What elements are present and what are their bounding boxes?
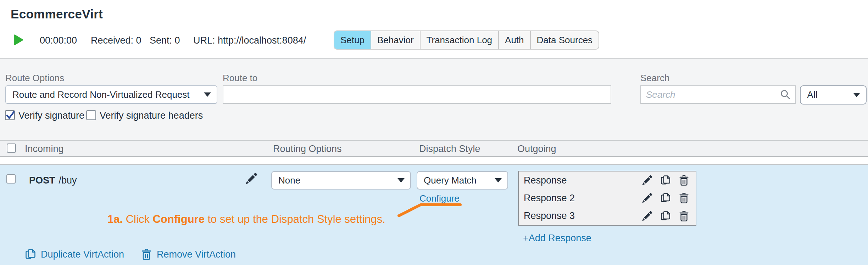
search-label: Search (640, 73, 669, 84)
annotation-emphasis: Configure (153, 213, 205, 225)
response-actions (642, 175, 689, 186)
start-virt-button[interactable] (13, 34, 23, 46)
route-options-select[interactable]: Route and Record Non-Virtualized Request (5, 85, 217, 104)
routing-options-select[interactable]: None (271, 171, 411, 190)
pencil-icon (642, 211, 652, 221)
routing-options-value: None (278, 175, 300, 186)
service-url: URL: http://localhost:8084/ (193, 35, 306, 46)
edit-response-button[interactable] (642, 193, 652, 203)
verify-signature-label: Verify signature (18, 110, 84, 121)
sent-count: Sent: 0 (150, 35, 180, 46)
verify-signature-checkbox[interactable] (5, 110, 15, 120)
copy-icon (660, 175, 671, 186)
trash-icon (679, 211, 689, 221)
copy-icon (660, 193, 671, 203)
tab-transaction-log[interactable]: Transaction Log (420, 31, 498, 49)
tab-setup[interactable]: Setup (334, 31, 371, 49)
chevron-down-icon (204, 92, 211, 97)
search-input[interactable] (641, 89, 780, 100)
route-options-value: Route and Record Non-Virtualized Request (12, 89, 190, 100)
received-count: Received: 0 (91, 35, 141, 46)
ecommerce-virt-page: EcommerceVirt 00:00:00 Received: 0 Sent:… (0, 0, 868, 265)
search-icon[interactable] (780, 89, 791, 100)
checkmark-icon (6, 111, 15, 120)
annotation-post: to set up the Dispatch Style settings. (205, 213, 385, 225)
tab-data-sources[interactable]: Data Sources (530, 31, 599, 49)
column-outgoing: Outgoing (517, 143, 556, 154)
route-to-label: Route to (223, 73, 257, 84)
search-scope-select[interactable]: All (800, 85, 867, 105)
search-box (640, 85, 796, 104)
chevron-down-icon (495, 178, 502, 182)
remove-virtaction-label: Remove VirtAction (157, 249, 236, 260)
tab-behavior[interactable]: Behavior (371, 31, 420, 49)
copy-response-button[interactable] (660, 193, 671, 203)
column-routing-options: Routing Options (273, 143, 342, 154)
response-actions (642, 193, 689, 203)
verify-signature-headers-checkbox[interactable] (86, 110, 96, 120)
add-response-link[interactable]: +Add Response (523, 233, 591, 244)
timer-value: 00:00:00 (40, 35, 77, 46)
edit-response-button[interactable] (642, 175, 652, 186)
row-checkbox[interactable] (6, 174, 16, 184)
duplicate-virtaction-label: Duplicate VirtAction (41, 249, 124, 260)
http-method: POST (29, 175, 55, 186)
select-all-checkbox[interactable] (7, 143, 16, 153)
copy-response-button[interactable] (660, 175, 671, 186)
copy-icon (660, 211, 671, 221)
trash-icon (141, 249, 152, 260)
edit-operation-button[interactable] (245, 173, 257, 185)
annotation-text: 1a. Click Configure to set up the Dispat… (107, 213, 385, 226)
page-title: EcommerceVirt (11, 7, 103, 21)
delete-response-button[interactable] (679, 175, 689, 186)
response-name: Response 2 (524, 193, 642, 204)
pencil-icon (642, 193, 652, 203)
copy-icon (25, 249, 36, 260)
column-dispatch-style: Dispatch Style (419, 143, 480, 154)
incoming-operation: POST/buy (29, 175, 77, 186)
dispatch-style-select[interactable]: Query Match (417, 171, 508, 190)
response-name: Response 3 (524, 210, 642, 221)
pencil-icon (642, 175, 652, 186)
route-to-input[interactable] (223, 85, 611, 104)
remove-virtaction-button[interactable]: Remove VirtAction (141, 249, 236, 260)
responses-panel: Response Response 2 Response 3 (518, 171, 696, 226)
chevron-down-icon (853, 93, 860, 97)
play-icon (13, 34, 23, 46)
request-path: /buy (59, 175, 77, 186)
search-scope-value: All (807, 90, 818, 101)
annotation-arrow (390, 197, 472, 221)
response-row: Response 2 (519, 189, 696, 207)
trash-icon (679, 175, 689, 186)
response-row: Response (519, 171, 696, 189)
tab-auth[interactable]: Auth (498, 31, 530, 49)
response-actions (642, 211, 689, 221)
response-row: Response 3 (519, 207, 696, 225)
verify-signature-headers-label: Verify signature headers (100, 110, 203, 121)
dispatch-style-value: Query Match (424, 175, 477, 186)
chevron-down-icon (397, 178, 405, 182)
annotation-step: 1a. (107, 213, 123, 225)
response-name: Response (524, 175, 642, 186)
main-tabbar: Setup Behavior Transaction Log Auth Data… (334, 30, 599, 50)
copy-response-button[interactable] (660, 211, 671, 221)
annotation-pre: Click (123, 213, 152, 225)
column-incoming: Incoming (25, 143, 64, 154)
edit-response-button[interactable] (642, 211, 652, 221)
trash-icon (679, 193, 689, 203)
route-options-label: Route Options (5, 73, 64, 84)
delete-response-button[interactable] (679, 211, 689, 221)
duplicate-virtaction-button[interactable]: Duplicate VirtAction (25, 249, 124, 260)
pencil-icon (245, 173, 257, 185)
delete-response-button[interactable] (679, 193, 689, 203)
